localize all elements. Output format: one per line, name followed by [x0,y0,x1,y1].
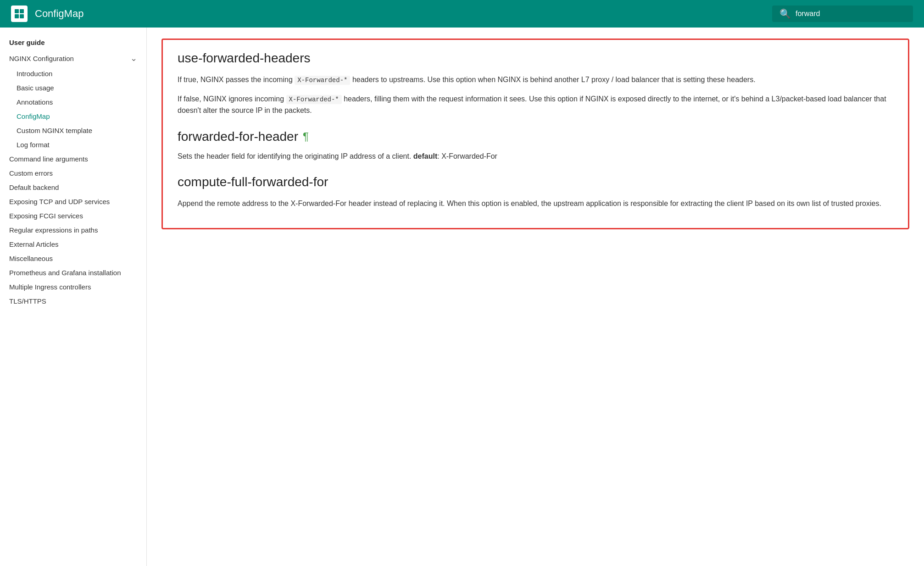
sidebar-item-nginx-configuration[interactable]: NGINX Configuration ⌄ [0,50,146,67]
sidebar-item-miscellaneous[interactable]: Miscellaneous [0,251,146,266]
main-content: use-forwarded-headers If true, NGINX pas… [147,28,924,566]
section-use-forwarded-headers: use-forwarded-headers If true, NGINX pas… [178,51,893,117]
sidebar-item-custom-nginx-template[interactable]: Custom NGINX template [0,123,146,138]
sidebar-item-introduction[interactable]: Introduction [0,67,146,81]
search-input[interactable] [796,10,906,18]
bold-default: default [413,152,437,160]
sidebar-item-label: External Articles [9,240,59,248]
sidebar-item-prometheus-grafana[interactable]: Prometheus and Grafana installation [0,266,146,280]
sidebar-item-label: Miscellaneous [9,255,53,262]
sidebar-item-label: Prometheus and Grafana installation [9,269,121,277]
sidebar-item-command-line-arguments[interactable]: Command line arguments [0,152,146,166]
section-title-3: compute-full-forwarded-for [178,175,893,189]
sidebar-item-label: Basic usage [17,84,54,92]
sidebar-item-label: ConfigMap [17,112,50,120]
code-inline-2: X-Forwarded-* [286,95,342,104]
sidebar-item-log-format[interactable]: Log format [0,138,146,152]
chevron-down-icon: ⌄ [130,53,137,63]
sidebar: User guide NGINX Configuration ⌄ Introdu… [0,28,147,566]
sidebar-item-tls-https[interactable]: TLS/HTTPS [0,294,146,308]
section-title-2: forwarded-for-header [178,129,298,144]
sidebar-item-label: NGINX Configuration [9,55,74,62]
app-title: ConfigMap [35,8,83,20]
header: ConfigMap 🔍 [0,0,924,28]
layout: User guide NGINX Configuration ⌄ Introdu… [0,28,924,566]
pilcrow-icon: ¶ [303,130,309,143]
search-icon: 🔍 [779,8,791,19]
sidebar-item-label: Multiple Ingress controllers [9,283,91,291]
sidebar-item-exposing-fcgi[interactable]: Exposing FCGI services [0,209,146,223]
search-box[interactable]: 🔍 [772,6,913,22]
sidebar-item-exposing-tcp-udp[interactable]: Exposing TCP and UDP services [0,194,146,209]
section-para-3-1: Append the remote address to the X-Forwa… [178,198,893,210]
section-compute-full-forwarded-for: compute-full-forwarded-for Append the re… [178,175,893,210]
header-left: ConfigMap [11,6,83,22]
sidebar-item-label: TLS/HTTPS [9,297,46,305]
sidebar-item-label: Custom NGINX template [17,127,92,134]
sidebar-item-configmap[interactable]: ConfigMap [0,109,146,123]
sidebar-item-label: Default backend [9,183,59,191]
section-para-1-2: If false, NGINX ignores incoming X-Forwa… [178,93,893,117]
section-forwarded-for-header: forwarded-for-header ¶ Sets the header f… [178,129,893,162]
svg-rect-1 [20,9,24,13]
svg-rect-3 [20,14,24,18]
content-box: use-forwarded-headers If true, NGINX pas… [161,39,909,229]
sidebar-item-label: Custom errors [9,169,53,177]
section-heading-row-2: forwarded-for-header ¶ [178,129,893,144]
sidebar-item-multiple-ingress[interactable]: Multiple Ingress controllers [0,280,146,294]
section-para-1-1: If true, NGINX passes the incoming X-For… [178,74,893,86]
sidebar-item-regex-paths[interactable]: Regular expressions in paths [0,223,146,237]
code-inline: X-Forwarded-* [295,76,350,85]
sidebar-item-basic-usage[interactable]: Basic usage [0,81,146,95]
sidebar-item-default-backend[interactable]: Default backend [0,180,146,194]
sidebar-item-label: Annotations [17,98,53,106]
sidebar-item-label: Exposing FCGI services [9,212,83,220]
sidebar-item-label: Regular expressions in paths [9,226,98,234]
sidebar-item-label: Introduction [17,70,52,78]
sidebar-item-label: Command line arguments [9,155,88,163]
logo-icon [11,6,28,22]
sidebar-item-annotations[interactable]: Annotations [0,95,146,109]
user-guide-label: User guide [0,37,146,50]
svg-rect-2 [15,14,19,18]
sidebar-item-label: Exposing TCP and UDP services [9,198,110,205]
section-para-2-1: Sets the header field for identifying th… [178,150,893,162]
sidebar-item-custom-errors[interactable]: Custom errors [0,166,146,180]
sidebar-item-label: Log format [17,141,50,149]
section-title-1: use-forwarded-headers [178,51,893,66]
sidebar-item-external-articles[interactable]: External Articles [0,237,146,251]
svg-rect-0 [15,9,19,13]
